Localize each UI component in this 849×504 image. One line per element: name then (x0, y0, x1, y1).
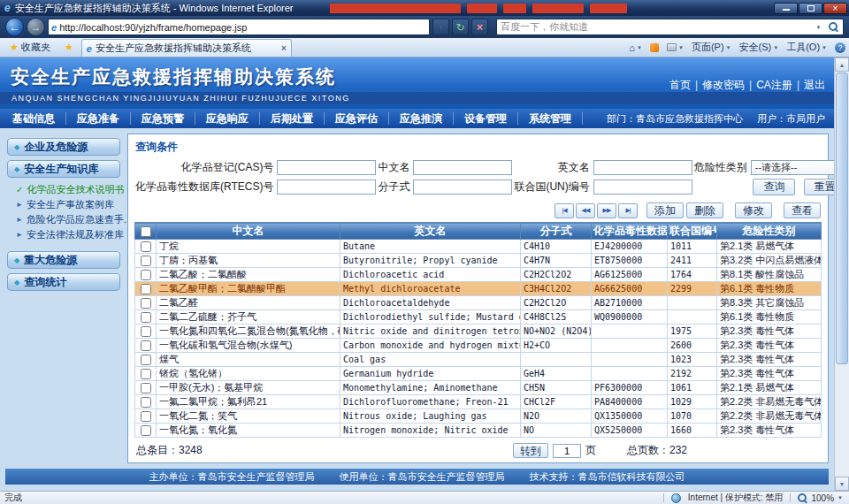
row-checkbox[interactable] (141, 369, 151, 379)
row-checkbox[interactable] (141, 241, 151, 252)
row-checkbox[interactable] (141, 383, 151, 393)
action-button[interactable]: 添加 (646, 202, 684, 218)
sidebar-button[interactable]: ◆ 重大危险源 (7, 251, 120, 269)
table-row[interactable]: 丁烷 Butane C4H10 EJ4200000 1011 第2.1类 易燃气… (135, 240, 822, 254)
print-button[interactable]: ▼ (667, 43, 684, 51)
action-button[interactable]: 修改 (735, 202, 772, 218)
maximize-button[interactable] (799, 3, 822, 14)
nav-item[interactable]: 应急评估 (325, 112, 389, 125)
scrollbar-thumb[interactable] (836, 73, 848, 364)
row-checkbox[interactable] (141, 284, 151, 294)
table-row[interactable]: 二氯乙醛 Dichloroacetaldehyde C2H2Cl2O AB271… (135, 296, 822, 310)
formula-input[interactable] (413, 179, 512, 195)
column-header[interactable]: 化学品毒性数据... (592, 223, 668, 240)
sidebar-subitem[interactable]: ✓ 化学品安全技术说明书 (16, 182, 122, 197)
pager-button[interactable]: ▶▶ (597, 203, 616, 218)
cn-name-input[interactable] (413, 160, 512, 175)
query-button[interactable]: 查询 (753, 179, 795, 195)
sidebar-subitem[interactable]: ► 危险化学品应急速查手.. (16, 212, 122, 227)
url-input[interactable] (59, 22, 426, 33)
minimize-button[interactable] (774, 3, 798, 14)
browser-tab[interactable]: e 安全生产应急救援指挥辅助决策系统 × (81, 39, 292, 57)
row-checkbox[interactable] (141, 298, 151, 309)
favorites-button[interactable]: ★ 收藏夹 (4, 39, 57, 55)
close-button[interactable]: × (823, 3, 847, 14)
pager-button[interactable]: ◀◀ (576, 203, 595, 218)
address-dropdown-button[interactable]: ▼ (432, 19, 449, 35)
address-bar[interactable]: e (48, 19, 430, 35)
header-link[interactable]: CA注册 (745, 78, 792, 93)
zoom-control[interactable]: 100% ▼ (798, 493, 845, 503)
row-checkbox[interactable] (141, 355, 151, 365)
scroll-up-button[interactable]: ▲ (835, 57, 849, 72)
nav-item[interactable]: 应急准备 (66, 112, 131, 125)
table-row[interactable]: 一氧化氮和四氧化二氮混合物(氮氧化物，硝气，氧化氮气体) Nitric oxid… (135, 325, 822, 339)
column-header[interactable]: 英文名 (340, 223, 521, 240)
table-row[interactable]: 二氯乙酸甲酯；二氯醋酸甲酯 Methyl dichloroacetate C3H… (135, 282, 822, 296)
scroll-down-button[interactable]: ▼ (835, 477, 849, 491)
action-button[interactable]: 删除 (686, 202, 723, 218)
column-header[interactable]: 联合国编号 (668, 223, 717, 240)
nav-item[interactable]: 设备管理 (454, 112, 518, 125)
nav-item[interactable]: 应急响应 (195, 112, 260, 125)
sidebar-button[interactable]: ◆ 查询统计 (7, 273, 120, 291)
table-row[interactable]: 丁腈；丙基氰 Butyronitrile; Propyl cyanide C4H… (135, 254, 822, 268)
search-box[interactable]: ▼ (496, 19, 844, 35)
command-safety-menu[interactable]: 安全(S)▼ (739, 41, 779, 54)
forward-button[interactable]: → (27, 18, 45, 36)
rtecs-input[interactable] (277, 179, 376, 195)
nav-item[interactable]: 基础信息 (2, 112, 66, 125)
command-page-menu[interactable]: 页面(P)▼ (692, 41, 731, 54)
table-row[interactable]: 二氯乙酸；二氯醋酸 Dichloroacetic acid C2H2Cl2O2 … (135, 268, 822, 282)
column-header[interactable]: 中文名 (157, 223, 340, 240)
vertical-scrollbar[interactable]: ▲ ▼ (834, 57, 849, 491)
scrollbar-track[interactable] (835, 365, 849, 477)
feeds-button[interactable] (650, 43, 659, 52)
row-checkbox[interactable] (141, 411, 151, 422)
stop-button[interactable]: × (471, 19, 488, 35)
cas-input[interactable] (277, 160, 376, 175)
search-input[interactable] (497, 22, 811, 33)
pager-button[interactable]: ▶| (618, 203, 638, 218)
pager-button[interactable]: |◀ (555, 203, 574, 218)
row-checkbox[interactable] (141, 425, 151, 436)
help-button[interactable]: ? (835, 42, 845, 53)
nav-item[interactable]: 系统管理 (518, 112, 583, 125)
sidebar-button[interactable]: ◆ 企业及危险源 (7, 138, 120, 156)
table-row[interactable]: 一氧化碳和氢气混合物(水煤气) Carbon monoxide and hydr… (135, 339, 822, 353)
action-button[interactable]: 查看 (784, 202, 821, 218)
table-row[interactable]: 二氯二乙硫醚；芥子气 Dichlorodiethyl sulfide; Must… (135, 310, 822, 325)
row-checkbox[interactable] (141, 326, 151, 337)
back-button[interactable]: ← (5, 18, 24, 36)
home-button[interactable]: ⌂▼ (629, 42, 642, 53)
refresh-button[interactable]: ↻ (452, 19, 469, 35)
select-all-checkbox[interactable] (141, 226, 151, 237)
un-number-input[interactable] (593, 179, 692, 195)
table-row[interactable]: 一甲胺(无水)；氨基甲烷 Monomethylamine; Aminometha… (135, 381, 822, 395)
row-checkbox[interactable] (141, 340, 151, 351)
header-link[interactable]: 退出 (792, 78, 825, 93)
header-link[interactable]: 首页 (669, 78, 691, 93)
table-row[interactable]: 一氧化二氮；笑气 Nitrous oxide; Laughing gas N2O… (135, 409, 822, 424)
nav-item[interactable]: 应急推演 (389, 112, 454, 125)
row-checkbox[interactable] (141, 312, 151, 323)
sidebar-button[interactable]: ◆ 安全生产知识库 (7, 160, 120, 178)
tab-close-button[interactable]: × (281, 43, 287, 53)
sidebar-subitem[interactable]: ► 安全生产事故案例库 (16, 197, 122, 212)
column-header[interactable]: 分子式 (521, 223, 592, 240)
table-row[interactable]: 一氧化氮；氧化氮 Nitrogen monoxide; Nitric oxide… (135, 424, 822, 438)
command-tools-menu[interactable]: 工具(O)▼ (786, 41, 827, 54)
table-row[interactable]: 煤气 Coal gas 1023 第2.3类 毒性气体 (135, 353, 822, 367)
column-header[interactable]: 危险性类别 (717, 223, 822, 240)
goto-button[interactable]: 转到 (513, 443, 548, 458)
header-link[interactable]: 修改密码 (691, 78, 745, 93)
search-go-button[interactable] (826, 20, 841, 34)
row-checkbox[interactable] (141, 256, 151, 266)
table-row[interactable]: 锗烷（氢化锗） Germanium hydride GeH4 2192 第2.3… (135, 367, 822, 381)
nav-item[interactable]: 后期处置 (260, 112, 325, 125)
en-name-input[interactable] (593, 160, 692, 175)
row-checkbox[interactable] (141, 397, 151, 408)
row-checkbox[interactable] (141, 270, 151, 280)
goto-page-input[interactable] (553, 444, 581, 458)
add-favorite-button[interactable]: ★ (58, 39, 80, 55)
